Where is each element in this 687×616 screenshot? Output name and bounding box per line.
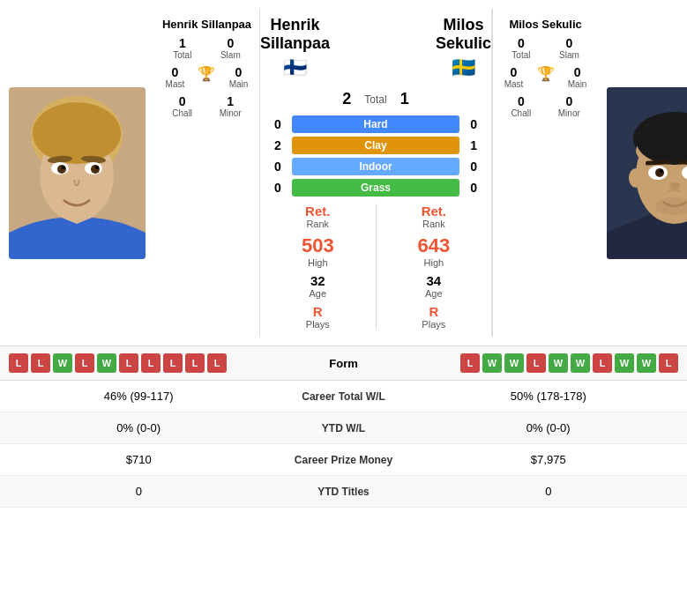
right-stat-row-chall-minor: 0 Chall 0 Minor (497, 94, 594, 118)
total-label: Total (364, 93, 386, 106)
right-age-lbl: Age (381, 288, 488, 299)
right-player-avatar (607, 87, 687, 259)
left-main-cell: 0 Main (229, 65, 249, 89)
top-section: Henrik Sillanpaa 1 Total 0 Slam 0 Mast (0, 0, 687, 346)
right-mast-val: 0 (511, 65, 518, 79)
right-minor-val: 0 (565, 94, 572, 108)
stat-right-val: 50% (178-178) (423, 390, 675, 403)
right-mast-lbl: Mast (504, 79, 524, 89)
left-player-photo-container (0, 9, 154, 337)
left-minor-cell: 1 Minor (220, 94, 242, 118)
svg-point-19 (629, 168, 643, 188)
stat-left-val: 0 (13, 485, 265, 498)
right-total-score: 1 (400, 90, 409, 108)
right-high-val: 643 (417, 234, 450, 256)
left-stat-row-chall-minor: 0 Chall 1 Minor (159, 94, 255, 118)
right-player-photo-container (598, 9, 687, 337)
clay-left-score: 2 (269, 138, 287, 152)
left-player-name: Henrik Sillanpaa (162, 18, 251, 31)
stat-center-label: YTD Titles (265, 486, 423, 498)
left-total-val: 1 (179, 36, 186, 50)
left-form-badge: L (9, 353, 28, 373)
stats-row: $710 Career Prize Money $7,975 (0, 444, 687, 476)
stat-right-val: 0 (423, 485, 675, 498)
left-form-badge: L (75, 353, 94, 373)
left-form-badges: LLWLWLLLLL (9, 353, 291, 373)
total-score-row: 2 Total 1 (342, 90, 408, 108)
right-trophy-icon: 🏆 (537, 65, 555, 82)
stats-row: 46% (99-117) Career Total W/L 50% (178-1… (0, 381, 687, 412)
right-slam-lbl: Slam (559, 50, 579, 60)
left-age-val: 32 (265, 273, 371, 288)
right-form-badge: L (460, 353, 480, 373)
stats-container: 46% (99-117) Career Total W/L 50% (178-1… (0, 381, 687, 508)
right-main-cell: 0 Main (568, 65, 587, 89)
left-form-badge: L (207, 353, 227, 373)
stat-center-label: Career Total W/L (265, 390, 423, 403)
left-mast-cell: 0 Mast (166, 65, 185, 89)
indoor-left-score: 0 (269, 160, 287, 174)
right-main-lbl: Main (568, 79, 587, 89)
stat-right-val: $7,975 (423, 453, 675, 466)
main-container: Henrik Sillanpaa 1 Total 0 Slam 0 Mast (0, 0, 687, 508)
right-rank-lbl: Rank (381, 219, 488, 229)
right-form-badge: L (659, 353, 678, 373)
stat-center-label: YTD W/L (265, 422, 423, 434)
right-high-lbl: High (381, 257, 488, 268)
stat-left-val: 46% (99-117) (13, 390, 265, 403)
clay-badge: Clay (292, 137, 459, 154)
left-rank-val: Ret. (265, 204, 371, 219)
left-form-badge: L (31, 353, 50, 373)
right-age-val: 34 (381, 273, 488, 288)
left-total-cell: 1 Total (173, 36, 191, 60)
right-minor-cell: 0 Minor (558, 94, 580, 118)
left-flag: 🇫🇮 (260, 56, 330, 79)
left-player-stats: Henrik Sillanpaa 1 Total 0 Slam 0 Mast (154, 9, 260, 337)
right-form-badge: W (504, 353, 524, 373)
middle-section: HenrikSillanpaa 🇫🇮 Milos Sekulic 🇸🇪 2 To… (260, 9, 492, 337)
surface-rows: 0 Hard 0 2 Clay 1 0 Indoor 0 0 Grass (260, 115, 491, 197)
stat-right-val: 0% (0-0) (423, 421, 675, 434)
stat-left-val: $710 (13, 453, 265, 466)
stat-left-val: 0% (0-0) (13, 421, 265, 434)
left-mast-lbl: Mast (166, 79, 185, 89)
left-age-lbl: Age (265, 288, 371, 299)
left-high-lbl: High (265, 257, 371, 268)
stat-center-label: Career Prize Money (265, 454, 423, 466)
left-form-badge: L (141, 353, 161, 373)
right-plays-val: R (381, 304, 488, 319)
left-chall-val: 0 (179, 94, 186, 108)
left-plays-lbl: Plays (265, 319, 371, 330)
left-mast-val: 0 (172, 65, 179, 79)
grass-right-score: 0 (465, 181, 482, 195)
left-form-badge: L (163, 353, 183, 373)
indoor-badge: Indoor (292, 158, 459, 175)
right-slam-cell: 0 Slam (559, 36, 579, 60)
left-slam-lbl: Slam (220, 50, 241, 60)
right-chall-val: 0 (518, 94, 525, 108)
right-player-name: Milos Sekulic (509, 18, 581, 31)
left-player-name-header: HenrikSillanpaa (260, 16, 330, 53)
right-stat-row-total-slam: 0 Total 0 Slam (497, 36, 594, 60)
surface-row-grass: 0 Grass 0 (269, 179, 482, 197)
right-form-badge: W (615, 353, 634, 373)
right-form-badge: W (549, 353, 568, 373)
left-main-val: 0 (235, 65, 243, 79)
right-chall-cell: 0 Chall (511, 94, 531, 118)
right-form-badge: L (593, 353, 612, 373)
left-total-lbl: Total (173, 50, 191, 60)
right-trophy-icon-cell: 🏆 (537, 65, 555, 89)
right-minor-lbl: Minor (558, 108, 580, 118)
left-slam-cell: 0 Slam (220, 36, 241, 60)
form-label: Form (291, 357, 397, 370)
svg-point-25 (655, 168, 664, 177)
right-plays-lbl: Plays (381, 319, 488, 330)
right-mast-cell: 0 Mast (504, 65, 524, 89)
left-high-val: 503 (302, 234, 334, 256)
form-section: LLWLWLLLLL Form LWWLWWLWWL (0, 346, 687, 381)
surface-row-hard: 0 Hard 0 (269, 115, 482, 133)
svg-point-11 (95, 166, 99, 169)
right-chall-lbl: Chall (511, 108, 531, 118)
grass-left-score: 0 (269, 181, 287, 195)
stats-row: 0% (0-0) YTD W/L 0% (0-0) (0, 412, 687, 444)
